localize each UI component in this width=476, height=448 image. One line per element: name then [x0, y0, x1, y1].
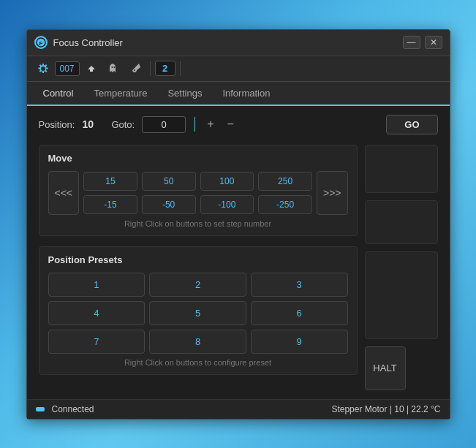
title-bar-left: F Focus Controller	[34, 36, 123, 49]
status-indicator	[36, 407, 45, 411]
status-info: Stepper Motor | 10 | 22.2 °C	[331, 404, 440, 414]
svg-text:F: F	[39, 40, 42, 47]
minimize-button[interactable]: —	[403, 36, 420, 49]
preset-row-3: 7 8 9	[48, 330, 348, 354]
step-btn-250[interactable]: 250	[258, 172, 312, 191]
content-area: Position: 10 Goto: + − GO Move <<< 15	[27, 106, 450, 399]
positive-steps-row: 15 50 100 250	[83, 172, 312, 191]
step-btn-neg-250[interactable]: -250	[258, 195, 312, 214]
preset-btn-1[interactable]: 1	[48, 273, 146, 297]
tab-settings[interactable]: Settings	[157, 82, 212, 106]
title-bar: F Focus Controller — ✕	[27, 30, 450, 56]
step-btn-neg-15[interactable]: -15	[83, 195, 137, 214]
position-label: Position:	[39, 119, 75, 130]
toolbar: 007 2	[27, 56, 450, 82]
main-left: Move <<< 15 50 100 250 -15	[39, 145, 358, 390]
move-left-button[interactable]: <<<	[48, 171, 80, 215]
preset-btn-3[interactable]: 3	[251, 273, 348, 297]
status-bar: Connected Stepper Motor | 10 | 22.2 °C	[27, 399, 450, 419]
preset-btn-8[interactable]: 8	[149, 330, 246, 354]
side-panel-top	[365, 145, 438, 193]
increment-button[interactable]: +	[204, 118, 216, 130]
app-icon: F	[34, 36, 48, 49]
move-right-button[interactable]: >>>	[317, 171, 348, 215]
main-columns: Move <<< 15 50 100 250 -15	[39, 145, 438, 390]
goto-input[interactable]	[142, 116, 186, 133]
step-btn-15[interactable]: 15	[83, 172, 137, 191]
tab-temperature[interactable]: Temperature	[83, 82, 157, 106]
step-btn-50[interactable]: 50	[142, 172, 196, 191]
decrement-button[interactable]: −	[224, 118, 237, 130]
move-hint: Right Click on buttons to set step numbe…	[48, 219, 348, 228]
toolbar-separator-2	[180, 61, 181, 76]
go-button[interactable]: GO	[386, 115, 437, 134]
negative-steps-row: -15 -50 -100 -250	[83, 195, 312, 214]
presets-title: Position Presets	[48, 254, 348, 265]
speed-badge: 2	[155, 61, 175, 76]
tab-control[interactable]: Control	[33, 82, 84, 106]
settings-icon[interactable]	[33, 59, 53, 78]
preset-btn-2[interactable]: 2	[149, 273, 246, 297]
ghost-icon[interactable]	[103, 59, 124, 78]
title-controls: — ✕	[403, 36, 442, 49]
status-text: Connected	[52, 404, 94, 414]
main-window: F Focus Controller — ✕ 007	[26, 29, 450, 419]
toolbar-separator-1	[150, 61, 151, 76]
preset-row-1: 1 2 3	[48, 273, 348, 297]
side-panel-middle	[365, 200, 438, 244]
close-button[interactable]: ✕	[425, 36, 442, 49]
preset-btn-9[interactable]: 9	[251, 330, 348, 354]
preset-btn-5[interactable]: 5	[149, 301, 246, 325]
preset-btn-6[interactable]: 6	[251, 301, 348, 325]
move-title: Move	[48, 153, 348, 164]
move-grid: <<< 15 50 100 250 -15 -50 -100	[48, 171, 348, 215]
step-btn-neg-100[interactable]: -100	[200, 195, 254, 214]
preset-btn-4[interactable]: 4	[48, 301, 146, 325]
step-btn-neg-50[interactable]: -50	[142, 195, 196, 214]
side-panel-bottom	[365, 251, 438, 339]
move-steps: 15 50 100 250 -15 -50 -100 -250	[83, 172, 312, 214]
presets-section: Position Presets 1 2 3 4 5 6	[39, 246, 358, 375]
position-value: 10	[82, 118, 104, 130]
brush-icon[interactable]	[125, 59, 146, 78]
preset-row-2: 4 5 6	[48, 301, 348, 325]
window-title: Focus Controller	[53, 37, 123, 48]
tab-bar: Control Temperature Settings Information	[27, 82, 450, 106]
move-section: Move <<< 15 50 100 250 -15	[39, 145, 358, 236]
goto-label: Goto:	[111, 119, 135, 130]
tab-information[interactable]: Information	[212, 82, 280, 106]
presets-grid: 1 2 3 4 5 6 7 8 9	[48, 273, 348, 354]
main-right: HALT	[365, 145, 438, 390]
step-badge: 007	[55, 61, 80, 76]
preset-btn-7[interactable]: 7	[48, 330, 146, 354]
step-btn-100[interactable]: 100	[200, 172, 254, 191]
presets-hint: Right Click on buttons to configure pres…	[48, 358, 348, 367]
goto-separator	[194, 117, 195, 132]
halt-button[interactable]: HALT	[365, 346, 406, 390]
position-row: Position: 10 Goto: + − GO	[39, 115, 438, 134]
up-arrow-icon[interactable]	[81, 59, 102, 78]
